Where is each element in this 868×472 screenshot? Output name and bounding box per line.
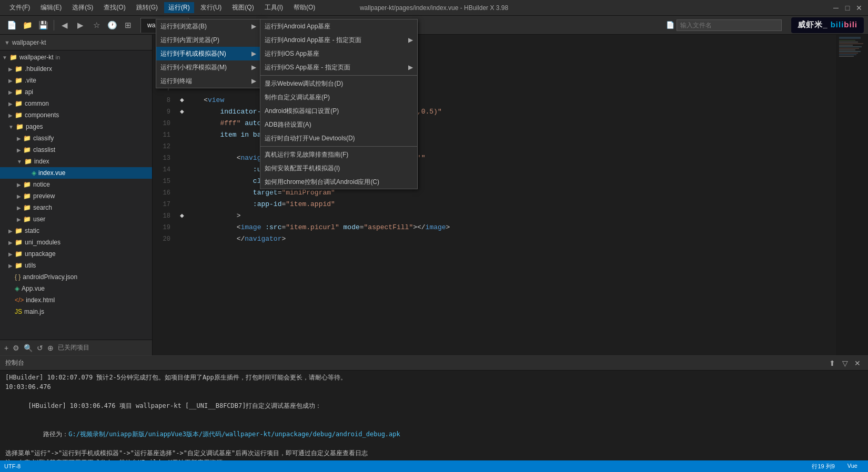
bookmark-button[interactable]: ☆	[89, 18, 104, 33]
menu-run-internal-browser[interactable]: 运行到内置浏览器(P)	[156, 33, 260, 47]
js-icon: JS	[15, 308, 22, 315]
folder-icon: 📁	[15, 65, 23, 73]
code-line-19: 19 <image :src="item.picurl" mode="aspec…	[153, 222, 868, 233]
tree-item-search[interactable]: ▶ 📁 search	[0, 202, 152, 213]
tree-item-index-html[interactable]: ▶ </> index.html	[0, 294, 152, 306]
submenu-android-base-page[interactable]: 运行到Android App基座 - 指定页面 ▶	[260, 33, 417, 47]
tree-item-hbuilderx[interactable]: ▶ 📁 .hbuilderx	[0, 63, 152, 75]
console-title: 控制台	[5, 358, 24, 367]
menu-item-label: 运行到小程序模拟器(M)	[160, 63, 227, 72]
menu-help[interactable]: 帮助(O)	[289, 2, 319, 13]
tree-item-user[interactable]: ▶ 📁 user	[0, 213, 152, 225]
tree-item-classlist[interactable]: ▶ 📁 classlist	[0, 144, 152, 156]
tree-item-index-folder[interactable]: ▼ 📁 index	[0, 156, 152, 167]
menu-file[interactable]: 文件(F)	[5, 2, 34, 13]
new-file-button[interactable]: 📄	[4, 18, 19, 33]
submenu-arrow-icon: ▶	[251, 77, 256, 85]
tree-item-api[interactable]: ▶ 📁 api	[0, 86, 152, 98]
menu-run-miniprogram[interactable]: 运行到小程序模拟器(M) ▶	[156, 60, 260, 74]
console-line-2: 10:03:06.476	[5, 382, 863, 392]
submenu-android-base[interactable]: 运行到Android App基座	[260, 19, 417, 33]
menu-publish[interactable]: 发行(U)	[196, 2, 226, 13]
run-submenu-dropdown[interactable]: 运行到Android App基座 运行到Android App基座 - 指定页面…	[260, 19, 418, 189]
arrow-icon: ▶	[8, 78, 13, 84]
menu-select[interactable]: 选择(S)	[68, 2, 97, 13]
close-button[interactable]: ✕	[855, 4, 863, 12]
settings-button[interactable]: ⚙	[13, 344, 19, 352]
line-number: 14	[153, 164, 179, 176]
arrow-icon: ▶	[8, 101, 13, 107]
console-expand-icon[interactable]: ⬆	[827, 358, 837, 368]
folder-icon: 📁	[23, 135, 31, 142]
submenu-chrome-debug[interactable]: 如何用chrome控制台调试Android应用(C)	[260, 175, 417, 189]
submenu-adb-path[interactable]: ADB路径设置(A)	[260, 118, 417, 131]
refresh-button[interactable]: ↺	[37, 344, 43, 352]
file-search-input[interactable]	[677, 19, 782, 31]
tree-item-utils[interactable]: ▶ 📁 utils	[0, 260, 152, 271]
forward-button[interactable]: ▶	[73, 18, 88, 33]
submenu-webview-debug[interactable]: 显示Webview调试控制台(D)	[260, 77, 417, 90]
menu-separator	[260, 146, 417, 147]
tree-item-android-privacy[interactable]: ▶ { } androidPrivacy.json	[0, 271, 152, 283]
tree-label: classify	[33, 135, 54, 142]
filter-button[interactable]: 🔍	[24, 344, 33, 352]
split-button[interactable]: ⊞	[120, 18, 135, 33]
arrow-icon: ▶	[17, 193, 21, 199]
tree-label: wallpaper-kt	[19, 54, 54, 61]
submenu-android-port[interactable]: Android模拟器端口设置(P)	[260, 104, 417, 118]
tree-item-main-js[interactable]: ▶ JS main.js	[0, 306, 152, 317]
menu-separator	[260, 75, 417, 76]
expand-button[interactable]: ⊕	[47, 344, 54, 352]
submenu-troubleshoot[interactable]: 真机运行常见故障排查指南(F)	[260, 148, 417, 161]
tree-item-pages[interactable]: ▼ 📁 pages	[0, 121, 152, 132]
code-text: >	[185, 210, 868, 222]
tree-item-notice[interactable]: ▶ 📁 notice	[0, 179, 152, 190]
console-close-icon[interactable]: ✕	[852, 358, 863, 368]
tree-item-components[interactable]: ▶ 📁 components	[0, 109, 152, 121]
maximize-button[interactable]: □	[844, 4, 851, 12]
file-icon: 📄	[666, 21, 674, 29]
submenu-install-simulator[interactable]: 如何安装配置手机模拟器(I)	[260, 161, 417, 175]
submenu-ios-base-page[interactable]: 运行到iOS App基座 - 指定页面 ▶	[260, 60, 417, 74]
line-number: 12	[153, 141, 179, 152]
tree-item-unpackage[interactable]: ▶ 📁 unpackage	[0, 248, 152, 260]
console-collapse-icon[interactable]: ▽	[840, 358, 850, 368]
open-file-button[interactable]: 📁	[20, 18, 35, 33]
folder-icon: 📁	[15, 239, 23, 246]
tree-item-index-vue[interactable]: ▶ ◈ index.vue	[0, 167, 152, 179]
menu-item-label: 运行到Android App基座 - 指定页面	[265, 36, 361, 45]
submenu-vue-devtools[interactable]: 运行时自动打开Vue Devtools(D)	[260, 131, 417, 145]
menu-view[interactable]: 视图(Q)	[228, 2, 258, 13]
tree-item-preview[interactable]: ▶ 📁 preview	[0, 190, 152, 202]
tree-item-root[interactable]: ▼ 📁 wallpaper-kt in	[0, 52, 152, 63]
submenu-ios-base[interactable]: 运行到iOS App基座	[260, 47, 417, 60]
menu-run[interactable]: 运行(R)	[164, 2, 194, 13]
line-number: 17	[153, 199, 179, 210]
minimize-button[interactable]: ─	[832, 4, 840, 12]
menu-jump[interactable]: 跳转(G)	[132, 2, 162, 13]
menu-run-phone[interactable]: 运行到手机或模拟器(N) ▶	[156, 47, 260, 60]
tree-item-app-vue[interactable]: ▶ ◈ App.vue	[0, 283, 152, 294]
menu-edit[interactable]: 编辑(E)	[36, 2, 66, 13]
save-button[interactable]: 💾	[36, 18, 51, 33]
back-button[interactable]: ◀	[57, 18, 72, 33]
tree-item-uni-modules[interactable]: ▶ 📁 uni_modules	[0, 237, 152, 248]
arrow-icon: ▶	[17, 136, 21, 141]
tree-item-vite[interactable]: ▶ 📁 .vite	[0, 75, 152, 86]
tree-item-classify[interactable]: ▶ 📁 classify	[0, 132, 152, 144]
sidebar-tree[interactable]: ▼ 📁 wallpaper-kt in ▶ 📁 .hbuilderx ▶ 📁 .…	[0, 50, 152, 340]
tree-item-static[interactable]: ▶ 📁 static	[0, 225, 152, 237]
submenu-custom-debug[interactable]: 制作自定义调试基座(P)	[260, 90, 417, 104]
run-menu-dropdown[interactable]: 运行到浏览器(B) ▶ 运行到内置浏览器(P) 运行到手机或模拟器(N) ▶ 运…	[156, 19, 261, 88]
tree-item-common[interactable]: ▶ 📁 common	[0, 98, 152, 109]
arrow-icon: ▶	[8, 66, 13, 72]
tree-label: index	[34, 158, 49, 165]
menu-run-terminal[interactable]: 运行到终端 ▶	[156, 74, 260, 88]
menu-find[interactable]: 查找(O)	[99, 2, 129, 13]
menu-run-browser[interactable]: 运行到浏览器(B) ▶	[156, 19, 260, 33]
menu-tools[interactable]: 工具(I)	[260, 2, 287, 13]
code-text: :app-id="item.appid"	[185, 199, 868, 210]
add-item-button[interactable]: +	[4, 344, 8, 352]
history-button[interactable]: 🕐	[105, 18, 119, 33]
console-line-1: [HBuilder] 10:02:07.079 预计2-5分钟完成打包。如项目使…	[5, 373, 863, 382]
